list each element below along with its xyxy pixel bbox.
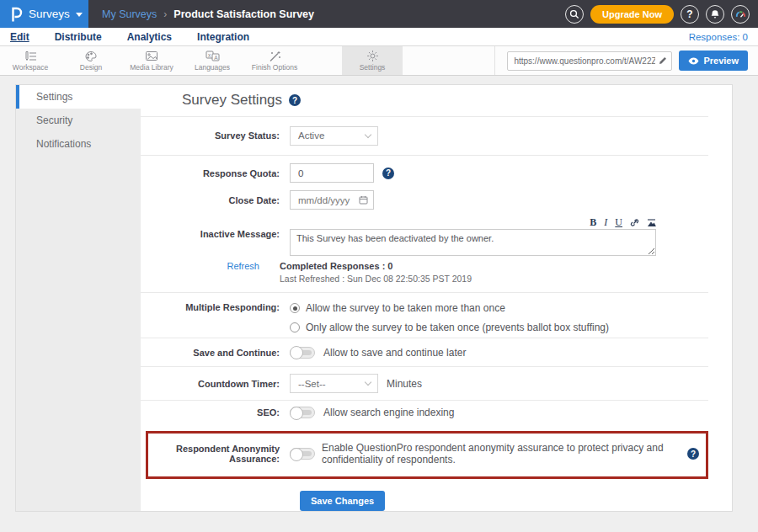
- inactive-message-label: Inactive Message:: [141, 217, 290, 256]
- survey-url-box: [507, 51, 672, 71]
- survey-settings-help-icon[interactable]: ?: [289, 94, 301, 106]
- survey-status-select[interactable]: Active: [290, 126, 378, 146]
- countdown-timer-row: Countdown Timer: --Set-- Minutes: [141, 367, 708, 400]
- radio-option-once-only[interactable]: Only allow the survey to be taken once (…: [290, 322, 609, 333]
- save-and-continue-label: Save and Continue:: [141, 348, 290, 358]
- breadcrumb: My Surveys › Product Satisfaction Survey: [88, 0, 314, 28]
- respondent-anonymity-highlight-box: Respondent Anonymity Assurance: Enable Q…: [146, 431, 708, 479]
- inactive-message-textarea[interactable]: This Survey has been deactivated by the …: [290, 229, 656, 256]
- sidebar-item-label: Security: [36, 114, 72, 126]
- toolbar-tab-label: Design: [80, 63, 102, 72]
- link-icon[interactable]: [630, 218, 639, 227]
- toolbar-tab-label: Finish Options: [252, 63, 297, 72]
- save-and-continue-text: Allow to save and continue later: [323, 347, 466, 359]
- italic-button[interactable]: I: [604, 217, 607, 227]
- question-mark-icon: ?: [686, 8, 692, 20]
- settings-sidebar: Settings Security Notifications: [16, 85, 141, 511]
- response-quota-label: Response Quota:: [141, 168, 290, 178]
- save-and-continue-row: Save and Continue: Allow to save and con…: [141, 338, 708, 367]
- edit-url-pencil-icon[interactable]: [659, 56, 671, 65]
- save-and-continue-toggle[interactable]: [290, 347, 315, 359]
- completed-responses-text: Completed Responses : 0: [280, 261, 472, 271]
- toolbar-right: Preview: [494, 46, 758, 75]
- close-date-input[interactable]: [298, 195, 352, 205]
- close-date-label: Close Date:: [141, 195, 290, 205]
- chevron-down-icon: [365, 131, 371, 138]
- toolbar-tab-finish-options[interactable]: Finish Options: [243, 46, 307, 75]
- radio-icon[interactable]: [290, 303, 300, 313]
- edit-toolbar: Workspace Design Media Library xA Langua…: [0, 46, 758, 76]
- save-changes-button[interactable]: Save Changes: [300, 491, 385, 511]
- help-button[interactable]: ?: [681, 5, 699, 24]
- seo-toggle[interactable]: [290, 407, 315, 418]
- questionpro-logo-icon: [10, 7, 23, 22]
- toolbar-tab-media-library[interactable]: Media Library: [121, 46, 182, 75]
- breadcrumb-separator: ›: [163, 8, 167, 20]
- calendar-icon: [359, 195, 368, 205]
- sidebar-item-notifications[interactable]: Notifications: [16, 132, 141, 156]
- sidebar-item-label: Notifications: [36, 138, 91, 150]
- search-icon: [569, 9, 579, 19]
- preview-button[interactable]: Preview: [679, 51, 748, 71]
- breadcrumb-parent[interactable]: My Surveys: [102, 8, 157, 20]
- response-quota-help-icon[interactable]: ?: [382, 168, 394, 179]
- close-date-field[interactable]: [290, 190, 374, 210]
- underline-button[interactable]: U: [615, 217, 622, 227]
- refresh-link[interactable]: Refresh: [141, 261, 280, 284]
- breadcrumb-current: Product Satisfaction Survey: [173, 8, 314, 20]
- countdown-timer-value: --Set--: [298, 379, 326, 389]
- preview-label: Preview: [703, 56, 739, 66]
- radio-option-multiple-allowed[interactable]: Allow the survey to be taken more than o…: [290, 302, 609, 314]
- search-button[interactable]: [565, 5, 584, 24]
- sidebar-item-security[interactable]: Security: [16, 109, 141, 132]
- survey-status-label: Survey Status:: [141, 130, 290, 141]
- palette-icon: [84, 50, 98, 62]
- save-row: Save Changes: [300, 491, 708, 511]
- radio-icon[interactable]: [290, 322, 300, 332]
- sidebar-item-settings[interactable]: Settings: [16, 85, 141, 109]
- svg-text:A: A: [214, 55, 218, 61]
- image-icon: [145, 50, 158, 62]
- toolbar-tab-design[interactable]: Design: [61, 46, 121, 75]
- insert-image-icon[interactable]: [647, 218, 656, 227]
- tab-analytics[interactable]: Analytics: [127, 31, 172, 43]
- upgrade-now-button[interactable]: Upgrade Now: [590, 5, 674, 24]
- toolbar-tab-workspace[interactable]: Workspace: [0, 46, 61, 75]
- chevron-down-icon: [365, 379, 371, 386]
- tab-distribute[interactable]: Distribute: [55, 31, 102, 43]
- survey-url-input[interactable]: [508, 56, 659, 66]
- format-toolbar: B I U: [290, 217, 656, 227]
- respondent-anonymity-help-icon[interactable]: ?: [687, 448, 699, 460]
- workspace-icon: [24, 50, 37, 62]
- top-navbar: Surveys My Surveys › Product Satisfactio…: [0, 0, 758, 28]
- seo-text: Allow search engine indexing: [323, 407, 454, 418]
- tab-integration[interactable]: Integration: [197, 31, 249, 43]
- responses-count[interactable]: Responses: 0: [689, 32, 748, 42]
- section-tabs: Edit Distribute Analytics Integration Re…: [0, 28, 758, 46]
- seo-label: SEO:: [141, 407, 290, 418]
- bold-button[interactable]: B: [590, 217, 596, 227]
- notifications-button[interactable]: [706, 5, 724, 24]
- response-quota-input[interactable]: [290, 163, 374, 183]
- tab-edit[interactable]: Edit: [10, 31, 29, 43]
- toolbar-tab-languages[interactable]: xA Languages: [182, 46, 243, 75]
- toolbar-tab-settings[interactable]: Settings: [342, 46, 403, 75]
- last-refreshed-text: Last Refreshed : Sun Dec 08 22:50:35 PST…: [280, 274, 472, 284]
- countdown-timer-select[interactable]: --Set--: [290, 374, 378, 393]
- multiple-responding-row: Multiple Responding: Allow the survey to…: [141, 293, 708, 338]
- survey-status-value: Active: [298, 130, 324, 141]
- usage-meter-button[interactable]: [731, 5, 750, 24]
- respondent-anonymity-toggle[interactable]: [290, 448, 315, 460]
- response-quota-row: Response Quota: ?: [141, 163, 708, 183]
- translate-icon: xA: [206, 50, 220, 62]
- countdown-timer-suffix: Minutes: [387, 378, 422, 390]
- brand-menu[interactable]: Surveys: [0, 0, 88, 28]
- seo-row: SEO: Allow search engine indexing: [141, 401, 708, 425]
- radio-label: Allow the survey to be taken more than o…: [306, 302, 505, 314]
- gear-icon: [366, 50, 379, 62]
- settings-card: Settings Security Notifications Survey S…: [15, 84, 733, 512]
- brand-label: Surveys: [29, 8, 70, 20]
- page-title: Survey Settings: [182, 92, 282, 109]
- toolbar-tab-label: Languages: [195, 63, 230, 72]
- radio-label: Only allow the survey to be taken once (…: [306, 322, 609, 333]
